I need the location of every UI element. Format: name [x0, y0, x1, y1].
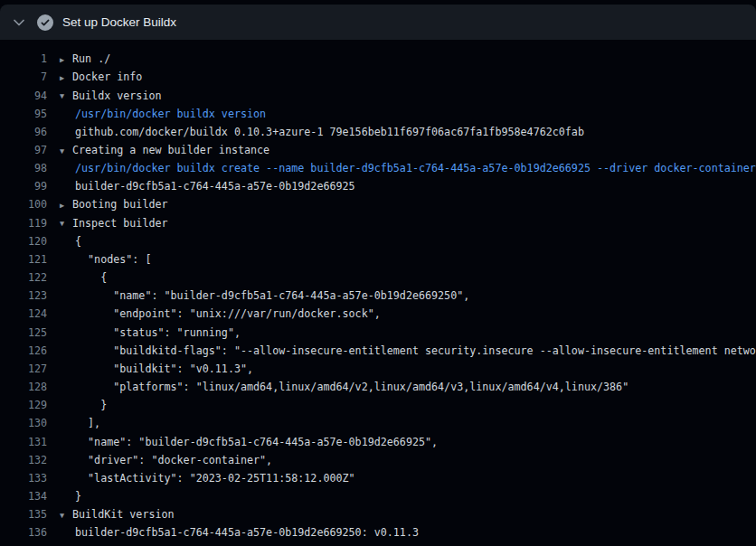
line-number[interactable]: 120 — [0, 237, 47, 248]
check-circle-icon — [37, 14, 53, 31]
log-text: { — [75, 237, 81, 248]
log-line: 127 "buildkit": "v0.11.3", — [0, 361, 756, 379]
log-text: { — [75, 273, 107, 284]
line-number[interactable]: 127 — [0, 364, 47, 375]
line-number[interactable]: 98 — [0, 164, 47, 174]
triangle-expanded-icon[interactable]: ▼ — [60, 146, 72, 155]
log-line: 124 "endpoint": "unix:///var/run/docker.… — [0, 306, 756, 324]
log-group-line[interactable]: 119 ▼Inspect builder — [0, 214, 756, 232]
log-group-line[interactable]: 1 ▶Run ./ — [0, 51, 756, 69]
log-line: 98 /usr/bin/docker buildx create --name … — [0, 160, 756, 178]
line-number[interactable]: 134 — [0, 492, 47, 503]
step-title: Set up Docker Buildx — [62, 15, 176, 29]
log-text: Docker info — [72, 72, 142, 83]
log-group-line[interactable]: 100 ▶Booting builder — [0, 196, 756, 214]
log-group-line[interactable]: 94 ▼Buildx version — [0, 87, 756, 105]
line-number[interactable]: 129 — [0, 400, 47, 411]
log-text: /usr/bin/docker buildx create --name bui… — [75, 164, 756, 174]
log-line: 121 "nodes": [ — [0, 251, 756, 269]
line-number[interactable]: 136 — [0, 528, 47, 539]
line-number[interactable]: 131 — [0, 438, 47, 448]
log-text: "status": "running", — [75, 328, 241, 339]
log-text: } — [75, 492, 81, 503]
line-number[interactable]: 97 — [0, 146, 47, 156]
log-text: Inspect builder — [72, 219, 168, 230]
log-text: "buildkitd-flags": "--allow-insecure-ent… — [75, 346, 756, 357]
triangle-expanded-icon[interactable]: ▼ — [60, 92, 72, 100]
log-text: "name": "builder-d9cfb5a1-c764-445a-a57e… — [75, 438, 438, 448]
log-line: 123 "name": "builder-d9cfb5a1-c764-445a-… — [0, 287, 756, 306]
log-text: BuildKit version — [72, 510, 175, 521]
line-number[interactable]: 135 — [0, 510, 47, 521]
log-line: 122 { — [0, 269, 756, 287]
log-line: 128 "platforms": "linux/amd64,linux/amd6… — [0, 379, 756, 397]
line-number[interactable]: 99 — [0, 182, 47, 193]
line-number[interactable]: 122 — [0, 273, 47, 284]
log-line: 126 "buildkitd-flags": "--allow-insecure… — [0, 343, 756, 361]
log-text: Buildx version — [72, 91, 162, 102]
log-group-line[interactable]: 97 ▼Creating a new builder instance — [0, 142, 756, 160]
log-line: 125 "status": "running", — [0, 324, 756, 342]
log-text: "platforms": "linux/amd64,linux/amd64/v2… — [75, 382, 628, 393]
log-text: Booting builder — [72, 200, 168, 211]
line-number[interactable]: 119 — [0, 219, 47, 230]
log-line: 99 builder-d9cfb5a1-c764-445a-a57e-0b19d… — [0, 178, 756, 196]
log-text: "driver": "docker-container", — [75, 456, 272, 466]
log-text: Run ./ — [72, 54, 110, 65]
log-line: 95 /usr/bin/docker buildx version — [0, 105, 756, 123]
line-number[interactable]: 124 — [0, 309, 47, 320]
log-line: 134 } — [0, 488, 756, 506]
line-number[interactable]: 123 — [0, 291, 47, 302]
log-text: "endpoint": "unix:///var/run/docker.sock… — [75, 309, 381, 320]
log-text: builder-d9cfb5a1-c764-445a-a57e-0b19d2e6… — [75, 182, 355, 193]
log-text: Creating a new builder instance — [72, 146, 269, 156]
log-line: 133 "lastActivity": "2023-02-25T11:58:12… — [0, 470, 756, 488]
line-number[interactable]: 128 — [0, 382, 47, 393]
log-line: 132 "driver": "docker-container", — [0, 451, 756, 469]
log-line: 129 } — [0, 397, 756, 415]
log-text: /usr/bin/docker buildx version — [75, 109, 266, 120]
line-number[interactable]: 133 — [0, 474, 47, 485]
log-line: 96 github.com/docker/buildx 0.10.3+azure… — [0, 124, 756, 142]
log-line: 120 { — [0, 233, 756, 251]
triangle-expanded-icon[interactable]: ▼ — [60, 220, 72, 228]
log-text: builder-d9cfb5a1-c764-445a-a57e-0b19d2e6… — [75, 528, 419, 539]
log-text: "nodes": [ — [75, 255, 151, 266]
line-number[interactable]: 121 — [0, 255, 47, 266]
log-text: } — [75, 400, 107, 411]
log-line: 131 "name": "builder-d9cfb5a1-c764-445a-… — [0, 433, 756, 451]
step-header[interactable]: Set up Docker Buildx — [0, 5, 756, 40]
line-number[interactable]: 94 — [0, 91, 47, 102]
log-text: "name": "builder-d9cfb5a1-c764-445a-a57e… — [75, 291, 469, 302]
chevron-down-icon[interactable] — [13, 16, 25, 29]
log-text: "buildkit": "v0.11.3", — [75, 364, 253, 375]
triangle-collapsed-icon[interactable]: ▶ — [60, 55, 72, 63]
triangle-expanded-icon[interactable]: ▼ — [60, 511, 72, 519]
line-number[interactable]: 7 — [0, 72, 47, 83]
log-group-line[interactable]: 135 ▼BuildKit version — [0, 506, 756, 524]
log-line: 136 builder-d9cfb5a1-c764-445a-a57e-0b19… — [0, 524, 756, 542]
log-output: 1 ▶Run ./ 7 ▶Docker info 94 ▼Buildx vers… — [0, 40, 756, 542]
log-text: ], — [75, 419, 100, 429]
line-number[interactable]: 100 — [0, 200, 47, 211]
line-number[interactable]: 132 — [0, 456, 47, 466]
log-line: 130 ], — [0, 415, 756, 433]
line-number[interactable]: 1 — [0, 54, 47, 65]
line-number[interactable]: 95 — [0, 109, 47, 120]
line-number[interactable]: 126 — [0, 346, 47, 357]
triangle-collapsed-icon[interactable]: ▶ — [60, 202, 72, 210]
log-text: github.com/docker/buildx 0.10.3+azure-1 … — [75, 127, 584, 138]
log-text: "lastActivity": "2023-02-25T11:58:12.000… — [75, 474, 355, 485]
line-number[interactable]: 130 — [0, 419, 47, 429]
triangle-collapsed-icon[interactable]: ▶ — [60, 73, 72, 81]
log-group-line[interactable]: 7 ▶Docker info — [0, 69, 756, 87]
line-number[interactable]: 125 — [0, 328, 47, 339]
line-number[interactable]: 96 — [0, 127, 47, 138]
